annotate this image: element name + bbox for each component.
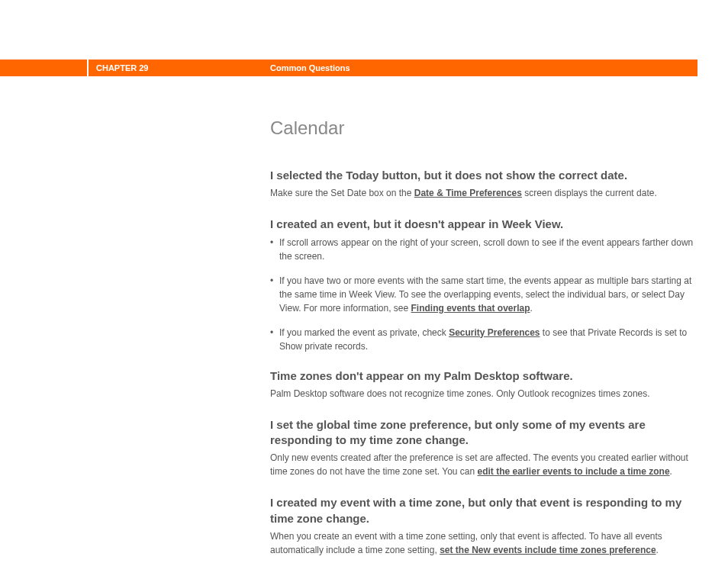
question-heading: I selected the Today button, but it does… — [270, 168, 694, 183]
answer-text: When you create an event with a time zon… — [270, 529, 694, 557]
section-label: Common Questions — [270, 63, 350, 72]
link-security-preferences[interactable]: Security Preferences — [449, 327, 540, 338]
link-finding-events-overlap[interactable]: Finding events that overlap — [411, 303, 530, 314]
list-item: If you have two or more events with the … — [270, 274, 694, 315]
header-accent-left — [0, 60, 87, 76]
answer-text: Palm Desktop software does not recognize… — [270, 387, 694, 401]
answer-bullet-list: If scroll arrows appear on the right of … — [270, 236, 694, 353]
link-edit-earlier-events-timezone[interactable]: edit the earlier events to include a tim… — [478, 466, 670, 477]
text-fragment: If you marked the event as private, chec… — [279, 327, 449, 338]
question-heading: I set the global time zone preference, b… — [270, 417, 694, 449]
text-fragment: Make sure the Set Date box on the — [270, 188, 414, 198]
list-item: If scroll arrows appear on the right of … — [270, 236, 694, 263]
document-page: CHAPTER 29 Common Questions Calendar I s… — [0, 0, 728, 563]
text-fragment: screen displays the current date. — [522, 188, 657, 198]
question-heading: Time zones don't appear on my Palm Deskt… — [270, 368, 694, 384]
link-new-events-timezones-pref[interactable]: set the New events include time zones pr… — [440, 545, 656, 555]
question-heading: I created my event with a time zone, but… — [270, 495, 694, 526]
text-fragment: . — [530, 303, 533, 314]
chapter-header-bar: CHAPTER 29 Common Questions — [0, 60, 728, 76]
answer-text: Only new events created after the prefer… — [270, 451, 694, 478]
text-fragment: . — [670, 466, 672, 477]
text-fragment: . — [656, 545, 659, 555]
text-fragment: If scroll arrows appear on the right of … — [279, 237, 693, 262]
link-date-time-preferences[interactable]: Date & Time Preferences — [414, 188, 522, 198]
list-item: If you marked the event as private, chec… — [270, 326, 694, 353]
chapter-label: CHAPTER 29 — [96, 63, 148, 72]
question-heading: I created an event, but it doesn't appea… — [270, 217, 694, 232]
header-accent-main: CHAPTER 29 Common Questions — [89, 60, 697, 76]
page-title: Calendar — [270, 114, 694, 142]
answer-text: Make sure the Set Date box on the Date &… — [270, 186, 694, 200]
content-column: Calendar I selected the Today button, bu… — [270, 114, 694, 557]
